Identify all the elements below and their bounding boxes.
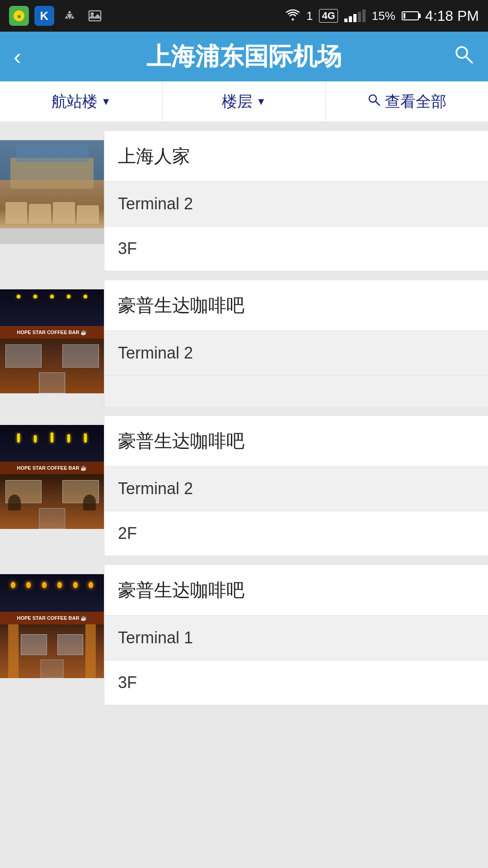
svg-line-7 [375, 101, 380, 105]
item-info-4: 豪普生达咖啡吧 Terminal 1 3F [104, 565, 488, 705]
status-icons: ★ K [9, 6, 105, 26]
item-image-1 [0, 140, 104, 244]
status-time: 4:18 PM [425, 8, 479, 24]
app-icon-2: K [34, 6, 54, 26]
network-tag: 4G [319, 9, 338, 23]
list-item[interactable]: HOPE STAR COFFEE BAR ☕ 豪普生达咖啡吧 Terminal … [0, 416, 488, 556]
list-item[interactable]: HOPE STAR COFFEE BAR ☕ 豪普生达咖啡吧 Terminal … [0, 280, 488, 407]
item-floor-4: 3F [104, 660, 488, 705]
view-all-label: 查看全部 [385, 91, 446, 112]
floor-filter[interactable]: 楼层 ▼ [163, 81, 325, 122]
item-image-2: HOPE STAR COFFEE BAR ☕ [0, 289, 104, 393]
back-button[interactable]: ‹ [14, 43, 41, 70]
item-image-3: HOPE STAR COFFEE BAR ☕ [0, 425, 104, 529]
battery-percent: 15% [372, 9, 395, 23]
item-info-3: 豪普生达咖啡吧 Terminal 2 2F [104, 416, 488, 556]
view-all-filter[interactable]: 查看全部 [326, 81, 488, 122]
content-list: 上海人家 Terminal 2 3F HOPE STAR COFFEE BAR … [0, 122, 488, 714]
wifi-icon [286, 8, 300, 24]
recycle-icon [60, 6, 80, 26]
list-item[interactable]: 上海人家 Terminal 2 3F [0, 131, 488, 271]
item-terminal-4: Terminal 1 [104, 616, 488, 660]
item-info-2: 豪普生达咖啡吧 Terminal 2 [104, 280, 488, 407]
battery-icon [402, 11, 419, 20]
item-floor-3: 2F [104, 511, 488, 556]
item-floor-1: 3F [104, 226, 488, 271]
filter-bar: 航站楼 ▼ 楼层 ▼ 查看全部 [0, 81, 488, 122]
list-item[interactable]: HOPE STAR COFFEE BAR ☕ 豪普生达咖啡吧 Terminal … [0, 565, 488, 705]
item-floor-empty-2 [104, 376, 488, 407]
item-terminal-2: Terminal 2 [104, 331, 488, 376]
item-terminal-1: Terminal 2 [104, 182, 488, 226]
page-title: 上海浦东国际机场 [41, 40, 447, 73]
item-name-4: 豪普生达咖啡吧 [104, 565, 488, 616]
item-name-1: 上海人家 [104, 131, 488, 182]
sim-number: 1 [306, 9, 313, 23]
svg-text:★: ★ [16, 13, 22, 20]
terminal-filter-label: 航站楼 [52, 91, 98, 112]
terminal-chevron: ▼ [101, 96, 111, 108]
header: ‹ 上海浦东国际机场 [0, 32, 488, 81]
status-bar: ★ K 1 4G [0, 0, 488, 32]
item-name-3: 豪普生达咖啡吧 [104, 416, 488, 467]
terminal-filter[interactable]: 航站楼 ▼ [0, 81, 163, 122]
status-right: 1 4G 15% 4:18 PM [286, 8, 479, 24]
view-all-search-icon [367, 93, 381, 111]
search-button[interactable] [447, 43, 474, 70]
app-icon-1: ★ [9, 6, 29, 26]
floor-chevron: ▼ [256, 96, 266, 108]
signal-bars [344, 9, 366, 22]
image-icon [85, 6, 105, 26]
floor-filter-label: 楼层 [222, 91, 253, 112]
item-terminal-3: Terminal 2 [104, 467, 488, 511]
svg-line-5 [466, 57, 472, 63]
item-info-1: 上海人家 Terminal 2 3F [104, 131, 488, 271]
item-image-4: HOPE STAR COFFEE BAR ☕ [0, 574, 104, 678]
item-name-2: 豪普生达咖啡吧 [104, 280, 488, 331]
